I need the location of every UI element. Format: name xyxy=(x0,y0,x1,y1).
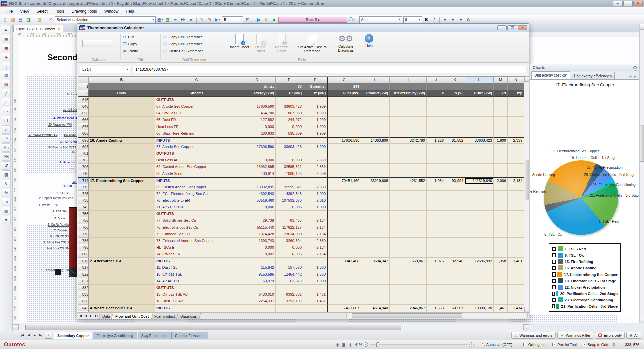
annotation-tool-icon[interactable]: An xyxy=(2,143,11,152)
sheet-cell[interactable] xyxy=(445,291,465,298)
sheet-cell[interactable] xyxy=(89,130,155,137)
sheet-cell[interactable]: 1,909 xyxy=(303,110,327,117)
sheet-cell[interactable] xyxy=(445,278,465,285)
sheet-cell[interactable] xyxy=(327,278,361,285)
sheet-cell[interactable]: H xyxy=(361,77,390,83)
sheet-cell[interactable] xyxy=(327,164,361,170)
sheet-cell[interactable] xyxy=(465,251,494,258)
spreadsheet[interactable]: BCDEFGHIJKLMN1Units:33Streams:1492UnitsS… xyxy=(78,76,524,312)
sheet-cell[interactable]: 70. Electrolyte to ER xyxy=(155,197,238,204)
sheet-cell[interactable] xyxy=(445,211,465,217)
sheet-cell[interactable]: 280,633 xyxy=(238,130,276,137)
sheet-cell[interactable] xyxy=(390,83,427,90)
sheet-cell[interactable] xyxy=(327,191,361,197)
sheet-cell[interactable] xyxy=(238,258,276,264)
sheet-cell[interactable] xyxy=(89,170,155,177)
sheet-cell[interactable] xyxy=(445,298,465,305)
sheet-cell[interactable] xyxy=(427,217,445,224)
sheet-cell[interactable] xyxy=(445,144,465,150)
pen-red-icon[interactable]: ✎ xyxy=(206,16,213,23)
sheet-cell[interactable]: k xyxy=(427,90,445,97)
app-vertical-scrollbar[interactable] xyxy=(639,24,644,323)
sheet-cell[interactable] xyxy=(238,305,276,311)
sheet-cell[interactable] xyxy=(494,123,508,130)
sheet-cell[interactable] xyxy=(494,197,508,204)
sheet-cell[interactable] xyxy=(390,264,427,271)
sheet-cell[interactable] xyxy=(327,271,361,278)
sheet-cell[interactable] xyxy=(361,271,390,278)
sheet-cell[interactable] xyxy=(361,157,390,164)
sheet-cell[interactable] xyxy=(508,144,524,150)
sheet-cell[interactable]: Exergy [kW] xyxy=(238,90,276,97)
sheet-cell[interactable] xyxy=(494,117,508,123)
camera-icon[interactable]: ◙ xyxy=(187,16,194,23)
sheet-cell[interactable]: F*=P* [kW] xyxy=(465,90,494,97)
sheet-cell[interactable]: 2,134 xyxy=(303,244,327,251)
sheet-cell[interactable] xyxy=(327,117,361,123)
sheet-cell[interactable]: n [%] xyxy=(445,90,465,97)
sheet-cell[interactable]: 1,909 xyxy=(494,137,508,144)
pause-icon[interactable]: ‖ xyxy=(263,16,270,23)
sheet-cell[interactable]: 12685,992 xyxy=(465,258,494,264)
sheet-cell[interactable] xyxy=(427,150,445,157)
sheet-cell[interactable]: Irreversibility [kW] xyxy=(390,90,427,97)
next-tab-icon[interactable]: ▶ xyxy=(32,332,38,338)
sheet-cell[interactable] xyxy=(327,150,361,157)
sheet-cell[interactable] xyxy=(390,150,427,157)
sheet-cell[interactable] xyxy=(508,130,524,137)
sheet-cell[interactable] xyxy=(89,224,155,231)
label-tool-icon[interactable]: AB xyxy=(2,152,11,161)
sheet-cell[interactable] xyxy=(494,184,508,191)
sheet-cell[interactable] xyxy=(465,244,494,251)
sheet-tab-electrolyte-conditioning[interactable]: Electrolyte Conditioning xyxy=(93,332,137,339)
sheet-cell[interactable] xyxy=(427,278,445,285)
sheet-cell[interactable] xyxy=(390,103,427,110)
sheet-cell[interactable] xyxy=(465,197,494,204)
sheet-cell[interactable] xyxy=(361,97,390,103)
sheet-cell[interactable] xyxy=(361,285,390,291)
select-tool-icon[interactable]: ▸ xyxy=(2,26,11,34)
sheet-cell[interactable] xyxy=(89,97,155,103)
iteration-count[interactable]: 5▴▾ xyxy=(222,16,243,23)
sheet-cell[interactable] xyxy=(361,191,390,197)
sheet-cell[interactable]: 13932,895 xyxy=(238,164,276,170)
sheet-cell[interactable]: 33603,423 xyxy=(276,144,303,150)
sheet-cell[interactable] xyxy=(361,264,390,271)
sheet-cell[interactable] xyxy=(89,197,155,204)
sheet-cell[interactable]: 16. Dust TSL AB xyxy=(155,298,238,305)
sheet-cell[interactable] xyxy=(155,83,238,90)
sheet-cell[interactable] xyxy=(427,123,445,130)
sheet-cell[interactable]: 17. Electrorefining Sec Copper xyxy=(89,177,155,184)
h-diagram-icon[interactable]: H▾ xyxy=(180,16,186,23)
sheet-cell[interactable]: 1,461 xyxy=(303,298,327,305)
sheet-cell[interactable] xyxy=(445,244,465,251)
sheet-cell[interactable] xyxy=(327,123,361,130)
sheet-cell[interactable] xyxy=(327,184,361,191)
all-button[interactable]: ◉All xyxy=(626,332,641,339)
sheet-cell[interactable] xyxy=(390,197,427,204)
sheet-cell[interactable] xyxy=(445,224,465,231)
sheet-cell[interactable]: 7461,807 xyxy=(327,305,361,311)
row-header[interactable]: 755 xyxy=(78,211,89,217)
sheet-cell[interactable] xyxy=(508,251,524,258)
sheet-cell[interactable] xyxy=(494,278,508,285)
pen-tool-icon[interactable]: ✎ xyxy=(2,180,11,188)
sheet-cell[interactable]: 4. Waste Heat Boiler TSL xyxy=(89,305,155,311)
sheet-cell[interactable] xyxy=(508,271,524,278)
sheet-cell[interactable] xyxy=(427,211,445,217)
visualization-select[interactable]: Select visualization▾ xyxy=(55,16,156,23)
sheet-cell[interactable] xyxy=(89,117,155,123)
sheet-cell[interactable] xyxy=(508,197,524,204)
sheet-cell[interactable] xyxy=(427,184,445,191)
sheet-cell[interactable]: 1,360 xyxy=(303,264,327,271)
row-header[interactable]: 796 xyxy=(78,244,89,251)
set-active-case-to-reference-button[interactable]: Set Active Case to Reference xyxy=(293,33,331,58)
sheet-cell[interactable]: 1,461 xyxy=(303,291,327,298)
sheet-tab-secondary-copper[interactable]: Secondary Copper xyxy=(54,332,92,339)
grid-tool-icon[interactable]: ⊞ xyxy=(2,198,11,206)
sheet-cell[interactable] xyxy=(465,123,494,130)
sheet-cell[interactable] xyxy=(390,217,427,224)
row-header[interactable]: 832 xyxy=(78,285,89,291)
sheet-cell[interactable] xyxy=(276,137,303,144)
add-sheet-button[interactable]: + xyxy=(45,332,52,339)
